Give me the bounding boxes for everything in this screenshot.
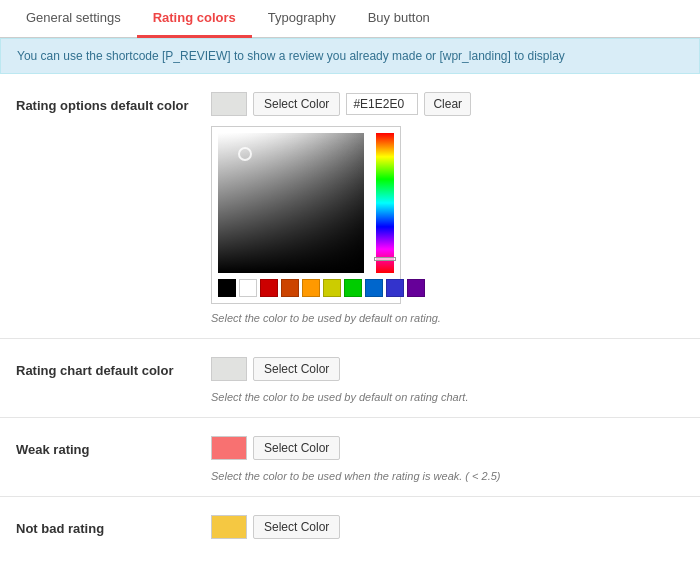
- hint-text-2: Select the color to be used when the rat…: [211, 470, 684, 482]
- picker-circle: [238, 147, 252, 161]
- setting-row-weak-rating: Weak rating Select Color Select the colo…: [0, 418, 700, 497]
- select-color-btn-0[interactable]: Select Color: [253, 92, 340, 116]
- color-select-row-3: Select Color: [211, 515, 684, 539]
- swatch-red[interactable]: [260, 279, 278, 297]
- setting-row-rating-options-default-color: Rating options default color Select Colo…: [0, 74, 700, 339]
- control-rating-chart-default-color: Select Color Select the color to be used…: [211, 357, 684, 403]
- swatch-white[interactable]: [239, 279, 257, 297]
- swatch-orange[interactable]: [302, 279, 320, 297]
- hue-slider: [374, 257, 396, 261]
- select-color-btn-3[interactable]: Select Color: [253, 515, 340, 539]
- color-select-row-0: Select Color Clear: [211, 92, 684, 116]
- swatch-blue[interactable]: [365, 279, 383, 297]
- setting-row-rating-chart-default-color: Rating chart default color Select Color …: [0, 339, 700, 418]
- tab-rating-colors[interactable]: Rating colors: [137, 0, 252, 38]
- swatch-orange-red[interactable]: [281, 279, 299, 297]
- control-rating-options-default-color: Select Color Clear: [211, 92, 684, 324]
- color-swatch-1[interactable]: [211, 357, 247, 381]
- color-select-row-2: Select Color: [211, 436, 684, 460]
- swatch-green[interactable]: [344, 279, 362, 297]
- select-color-btn-1[interactable]: Select Color: [253, 357, 340, 381]
- label-weak-rating: Weak rating: [16, 436, 211, 457]
- swatch-black[interactable]: [218, 279, 236, 297]
- picker-swatches: [218, 279, 394, 297]
- label-rating-chart-default-color: Rating chart default color: [16, 357, 211, 378]
- page-wrapper: General settings Rating colors Typograph…: [0, 0, 700, 563]
- picker-gradient[interactable]: [218, 133, 364, 273]
- swatch-yellow[interactable]: [323, 279, 341, 297]
- swatch-purple[interactable]: [407, 279, 425, 297]
- picker-hue-bar[interactable]: [376, 133, 394, 273]
- color-hex-input-0[interactable]: [346, 93, 418, 115]
- color-select-row-1: Select Color: [211, 357, 684, 381]
- tab-buy-button[interactable]: Buy button: [352, 0, 446, 38]
- color-swatch-0[interactable]: [211, 92, 247, 116]
- swatch-dark-blue[interactable]: [386, 279, 404, 297]
- clear-btn-0[interactable]: Clear: [424, 92, 471, 116]
- color-swatch-2[interactable]: [211, 436, 247, 460]
- tabs-bar: General settings Rating colors Typograph…: [0, 0, 700, 38]
- label-rating-options-default-color: Rating options default color: [16, 92, 211, 113]
- tab-general-settings[interactable]: General settings: [10, 0, 137, 38]
- label-not-bad-rating: Not bad rating: [16, 515, 211, 536]
- color-picker-widget: [211, 126, 401, 304]
- color-swatch-3[interactable]: [211, 515, 247, 539]
- content-area: Rating options default color Select Colo…: [0, 74, 700, 563]
- control-weak-rating: Select Color Select the color to be used…: [211, 436, 684, 482]
- hint-text-0: Select the color to be used by default o…: [211, 312, 684, 324]
- info-banner: You can use the shortcode [P_REVIEW] to …: [0, 38, 700, 74]
- hint-text-1: Select the color to be used by default o…: [211, 391, 684, 403]
- setting-row-not-bad-rating: Not bad rating Select Color: [0, 497, 700, 563]
- info-banner-text: You can use the shortcode [P_REVIEW] to …: [17, 49, 565, 63]
- select-color-btn-2[interactable]: Select Color: [253, 436, 340, 460]
- control-not-bad-rating: Select Color: [211, 515, 684, 549]
- tab-typography[interactable]: Typography: [252, 0, 352, 38]
